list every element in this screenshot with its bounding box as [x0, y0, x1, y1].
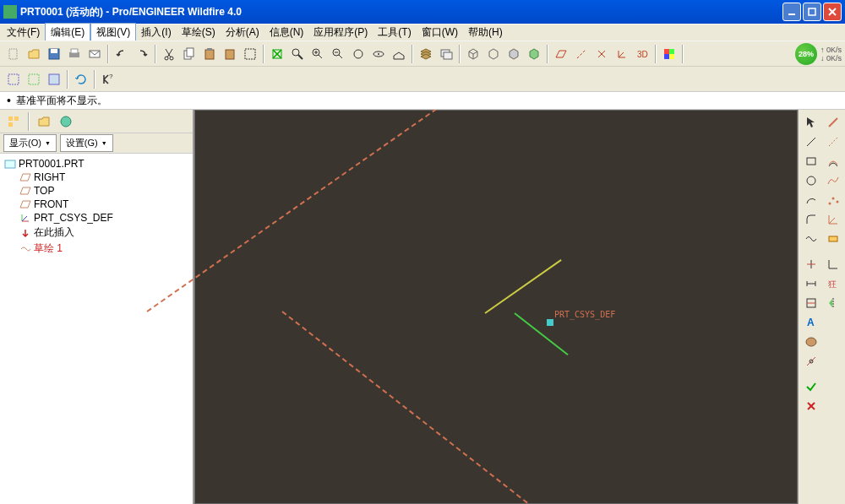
mirror-tool[interactable] [822, 294, 843, 312]
display-wireframe-button[interactable] [463, 43, 483, 65]
menu-help[interactable]: 帮助(H) [463, 24, 508, 41]
refresh-button[interactable] [71, 68, 91, 90]
copy-button[interactable] [179, 43, 199, 65]
select-geom-button[interactable] [24, 68, 44, 90]
select-all-button[interactable] [44, 68, 64, 90]
spline2-tool[interactable] [800, 230, 821, 248]
minimize-button[interactable] [782, 3, 801, 21]
print-button[interactable] [64, 43, 84, 65]
tree-front[interactable]: FRONT [3, 198, 189, 211]
show-dropdown[interactable]: 显示(O) [3, 134, 57, 152]
orient-button[interactable] [389, 43, 409, 65]
color-button[interactable] [659, 43, 679, 65]
menu-insert[interactable]: 插入(I) [136, 24, 176, 41]
tree-root[interactable]: PRT0001.PRT [3, 157, 189, 171]
menu-window[interactable]: 窗口(W) [417, 24, 463, 41]
svg-line-27 [339, 55, 342, 58]
svg-point-19 [292, 49, 299, 56]
constraint-tool[interactable] [800, 294, 821, 312]
point-tool[interactable] [822, 191, 843, 209]
menu-edit[interactable]: 编辑(E) [45, 23, 90, 42]
save-button[interactable] [44, 43, 64, 65]
zoom-out-button[interactable] [328, 43, 348, 65]
select-items-button[interactable] [3, 68, 24, 90]
zoom-in-button[interactable] [308, 43, 328, 65]
svg-rect-16 [226, 50, 234, 59]
display-shaded-button[interactable] [524, 43, 544, 65]
menu-tools[interactable]: 工具(T) [373, 24, 416, 41]
svg-point-78 [806, 338, 816, 346]
svg-rect-59 [807, 158, 815, 165]
menu-view[interactable]: 视图(V) [90, 23, 136, 42]
text-tool[interactable]: A [800, 313, 821, 332]
layers-button[interactable] [416, 43, 436, 65]
spin-button[interactable] [368, 43, 389, 65]
zoom-fit-button[interactable] [348, 43, 368, 65]
tree-global-button[interactable] [56, 111, 76, 133]
palette-tool[interactable] [800, 333, 821, 351]
svg-rect-17 [245, 49, 255, 59]
display-nohidden-button[interactable] [504, 43, 524, 65]
svg-point-51 [61, 117, 71, 127]
cancel-button[interactable] [800, 397, 821, 415]
svg-point-62 [831, 198, 834, 200]
main-toolbar: 3D 28% ↑ 0K/s ↓ 0K/s [0, 41, 845, 66]
model-tree[interactable]: PRT0001.PRT RIGHT TOP FRONT PRT_CSYS_DEF [0, 154, 193, 504]
undo-button[interactable] [112, 43, 132, 65]
svg-line-38 [619, 52, 624, 57]
fillet-tool[interactable] [800, 210, 821, 229]
cut-button[interactable] [159, 43, 179, 65]
datum-axis-button[interactable] [571, 43, 592, 65]
datum-plane-button[interactable] [551, 43, 571, 65]
3d-viewport[interactable]: PRT_CSYS_DEF [194, 110, 798, 504]
tree-show-button[interactable] [3, 111, 24, 133]
menu-analysis[interactable]: 分析(A) [221, 24, 264, 41]
tree-right[interactable]: RIGHT [3, 171, 189, 184]
message-bar: 基准平面将不显示。 [0, 91, 845, 110]
corner-tool[interactable] [822, 255, 843, 274]
email-button[interactable] [84, 43, 105, 65]
tree-csys[interactable]: PRT_CSYS_DEF [3, 211, 189, 225]
tree-folder-button[interactable] [34, 111, 54, 133]
datum-point-button[interactable] [592, 43, 612, 65]
line-tool2[interactable] [800, 133, 821, 151]
display-hidden-button[interactable] [483, 43, 504, 65]
divide-tool[interactable] [800, 352, 821, 371]
find-button[interactable] [287, 43, 308, 65]
tree-top[interactable]: TOP [3, 184, 189, 198]
done-button[interactable] [800, 377, 821, 396]
csys-tool[interactable] [822, 210, 843, 229]
datum-csys-button[interactable] [612, 43, 632, 65]
paste-button[interactable] [199, 43, 220, 65]
menu-file[interactable]: 文件(F) [2, 24, 45, 41]
modify-tool[interactable]: 狂 [822, 274, 843, 293]
centerline-tool[interactable] [822, 133, 843, 151]
menu-info[interactable]: 信息(N) [264, 24, 309, 41]
new-button[interactable] [3, 43, 24, 65]
line-tool[interactable] [822, 113, 843, 132]
open-button[interactable] [24, 43, 44, 65]
redo-button[interactable] [132, 43, 152, 65]
close-button[interactable] [823, 3, 842, 21]
maximize-button[interactable] [803, 3, 821, 21]
spline-tool[interactable] [822, 171, 843, 190]
dimension-tool[interactable] [800, 274, 821, 293]
tree-insert-here[interactable]: 在此插入 [3, 225, 189, 241]
settings-dropdown[interactable]: 设置(G) [60, 134, 113, 152]
offset-tool[interactable] [822, 152, 843, 171]
regen-button[interactable] [267, 43, 287, 65]
view-manager-button[interactable] [436, 43, 456, 65]
select-button[interactable] [240, 43, 260, 65]
help-button[interactable]: ? [98, 68, 118, 90]
circle-tool[interactable] [800, 171, 821, 190]
select-tool[interactable] [800, 113, 821, 132]
menu-sketch[interactable]: 草绘(S) [177, 24, 221, 41]
tree-sketch[interactable]: 草绘 1 [3, 241, 189, 257]
annotation-button[interactable]: 3D [632, 43, 652, 65]
edge-tool[interactable] [822, 230, 843, 248]
rectangle-tool[interactable] [800, 152, 821, 171]
menu-applications[interactable]: 应用程序(P) [308, 24, 373, 41]
paste-special-button[interactable] [220, 43, 240, 65]
trim-tool[interactable] [800, 255, 821, 274]
arc-tool[interactable] [800, 191, 821, 209]
